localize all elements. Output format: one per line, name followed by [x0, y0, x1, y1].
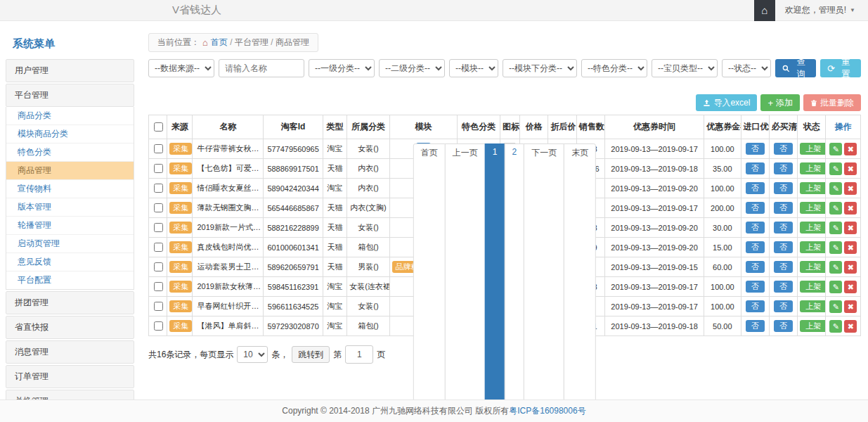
import-excel-button[interactable]: 导入excel [696, 94, 757, 111]
pager-page-button[interactable]: 1 [485, 143, 505, 399]
edit-button[interactable]: ✎ [829, 202, 842, 215]
must-buy-toggle[interactable]: 否 [774, 162, 793, 174]
pager-nav-button[interactable]: 上一页 [445, 143, 486, 399]
sidebar-subitem[interactable]: 商品管理 [6, 162, 134, 180]
status-button[interactable]: 上架 [800, 182, 826, 194]
sidebar-subitem[interactable]: 宣传物料 [6, 180, 134, 198]
sidebar-subitem[interactable]: 版本管理 [6, 198, 134, 217]
pager-page-button[interactable]: 2 [505, 143, 525, 399]
filter-select[interactable]: --一级分类-- [309, 59, 375, 77]
select-all-checkbox[interactable] [154, 122, 163, 132]
edit-button[interactable]: ✎ [829, 281, 842, 293]
must-buy-toggle[interactable]: 否 [774, 143, 793, 155]
row-checkbox[interactable] [154, 243, 163, 252]
filter-select[interactable]: --二级分类-- [379, 59, 445, 77]
import-select-toggle[interactable]: 否 [746, 300, 765, 312]
home-button[interactable]: ⌂ [754, 0, 775, 21]
row-checkbox[interactable] [154, 302, 163, 311]
must-buy-toggle[interactable]: 否 [774, 320, 793, 332]
must-buy-toggle[interactable]: 否 [774, 300, 793, 312]
delete-button[interactable]: ✖ [844, 241, 857, 254]
delete-button[interactable]: ✖ [844, 320, 857, 333]
edit-button[interactable]: ✎ [829, 261, 842, 274]
delete-button[interactable]: ✖ [844, 143, 857, 155]
sidebar-group-header[interactable]: 兑换管理 [6, 390, 134, 399]
sidebar-subitem[interactable]: 平台配置 [6, 271, 134, 289]
sidebar-subitem[interactable]: 轮播管理 [6, 217, 134, 235]
must-buy-toggle[interactable]: 否 [774, 182, 793, 194]
pager-nav-button[interactable]: 末页 [564, 143, 596, 399]
jump-button[interactable]: 跳转到 [292, 346, 330, 363]
filter-select[interactable]: --状态-- [722, 59, 771, 77]
import-select-toggle[interactable]: 否 [746, 320, 765, 332]
sidebar-group-header[interactable]: 消息管理 [6, 340, 134, 364]
sidebar-group-header[interactable]: 省直快报 [6, 316, 134, 339]
edit-button[interactable]: ✎ [829, 143, 842, 155]
status-button[interactable]: 上架 [800, 222, 826, 234]
pager-nav-button[interactable]: 下一页 [524, 143, 564, 399]
batch-delete-button[interactable]: 批量删除 [803, 94, 861, 111]
must-buy-toggle[interactable]: 否 [774, 281, 793, 293]
status-button[interactable]: 上架 [800, 281, 826, 293]
filter-select-source[interactable]: --数据来源-- [148, 59, 214, 77]
row-checkbox[interactable] [154, 321, 163, 331]
import-select-toggle[interactable]: 否 [746, 182, 765, 194]
status-button[interactable]: 上架 [800, 162, 826, 174]
sidebar-subitem[interactable]: 启动页管理 [6, 235, 134, 253]
status-button[interactable]: 上架 [800, 202, 826, 214]
row-checkbox[interactable] [154, 282, 163, 291]
filter-select[interactable]: --特色分类-- [581, 59, 647, 77]
edit-button[interactable]: ✎ [829, 320, 842, 333]
must-buy-toggle[interactable]: 否 [774, 261, 793, 273]
status-button[interactable]: 上架 [800, 300, 826, 312]
sidebar-group-header[interactable]: 用户管理 [6, 59, 134, 82]
pager-nav-button[interactable]: 首页 [413, 143, 446, 399]
status-button[interactable]: 上架 [800, 241, 826, 253]
status-button[interactable]: 上架 [800, 143, 826, 155]
status-button[interactable]: 上架 [800, 320, 826, 332]
sidebar-subitem[interactable]: 商品分类 [6, 107, 134, 125]
delete-button[interactable]: ✖ [844, 202, 857, 215]
sidebar-subitem[interactable]: 特色分类 [6, 143, 134, 162]
must-buy-toggle[interactable]: 否 [774, 222, 793, 234]
name-search-input[interactable] [219, 59, 304, 77]
row-checkbox[interactable] [154, 262, 163, 271]
import-select-toggle[interactable]: 否 [746, 162, 765, 174]
import-select-toggle[interactable]: 否 [746, 222, 765, 234]
import-select-toggle[interactable]: 否 [746, 281, 765, 293]
import-select-toggle[interactable]: 否 [746, 261, 765, 273]
reset-button[interactable]: ⟳ 重置 [820, 59, 861, 77]
must-buy-toggle[interactable]: 否 [774, 202, 793, 214]
delete-button[interactable]: ✖ [844, 182, 857, 195]
breadcrumb-item[interactable]: 首页 [211, 37, 228, 47]
sidebar-group-header[interactable]: 拼团管理 [6, 291, 134, 314]
delete-button[interactable]: ✖ [844, 261, 857, 274]
search-button[interactable]: 查询 [775, 59, 816, 77]
status-button[interactable]: 上架 [800, 261, 826, 273]
per-page-select[interactable]: 10 [237, 346, 268, 363]
sidebar-subitem[interactable]: 意见反馈 [6, 253, 134, 271]
filter-select[interactable]: --模块-- [449, 59, 498, 77]
edit-button[interactable]: ✎ [829, 182, 842, 195]
sidebar-group-header[interactable]: 订单管理 [6, 365, 134, 388]
import-select-toggle[interactable]: 否 [746, 202, 765, 214]
icp-link[interactable]: 粤ICP备16098006号 [509, 405, 585, 417]
row-checkbox[interactable] [154, 203, 163, 212]
delete-button[interactable]: ✖ [844, 162, 857, 175]
import-select-toggle[interactable]: 否 [746, 241, 765, 253]
row-checkbox[interactable] [154, 223, 163, 232]
delete-button[interactable]: ✖ [844, 222, 857, 234]
edit-button[interactable]: ✎ [829, 222, 842, 234]
edit-button[interactable]: ✎ [829, 241, 842, 254]
sidebar-group-header[interactable]: 平台管理 [6, 84, 134, 107]
user-menu[interactable]: 欢迎您，管理员! ▼ [775, 4, 868, 16]
must-buy-toggle[interactable]: 否 [774, 241, 793, 253]
filter-select[interactable]: --模块下分类-- [503, 59, 577, 77]
edit-button[interactable]: ✎ [829, 162, 842, 175]
delete-button[interactable]: ✖ [844, 300, 857, 313]
jump-page-input[interactable] [345, 345, 373, 364]
row-checkbox[interactable] [154, 184, 163, 193]
edit-button[interactable]: ✎ [829, 300, 842, 313]
row-checkbox[interactable] [154, 164, 163, 173]
row-checkbox[interactable] [154, 144, 163, 153]
